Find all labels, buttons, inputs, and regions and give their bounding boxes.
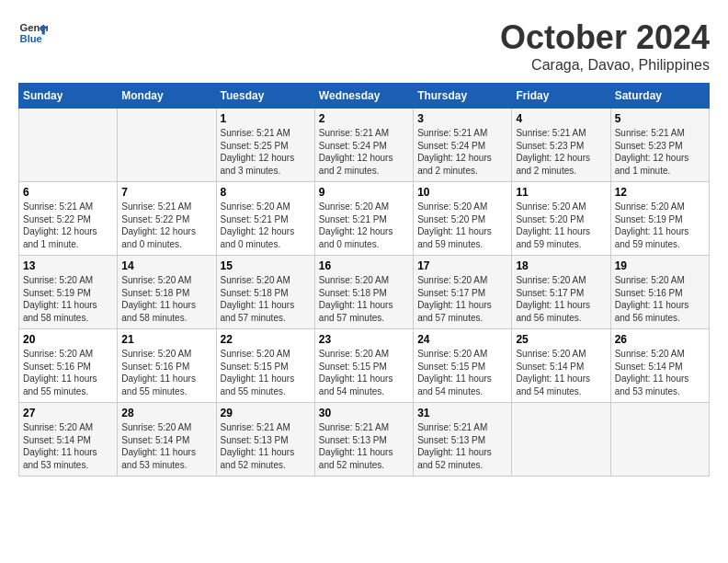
day-detail: Sunrise: 5:20 AM Sunset: 5:14 PM Dayligh… [121, 421, 211, 471]
header-sunday: Sunday [19, 84, 118, 109]
day-number: 11 [516, 186, 606, 199]
calendar-day: 26Sunrise: 5:20 AM Sunset: 5:14 PM Dayli… [610, 329, 709, 403]
day-number: 19 [615, 259, 705, 272]
day-number: 5 [615, 112, 705, 125]
calendar-week-4: 20Sunrise: 5:20 AM Sunset: 5:16 PM Dayli… [19, 329, 710, 403]
day-number: 21 [121, 333, 211, 346]
day-detail: Sunrise: 5:20 AM Sunset: 5:17 PM Dayligh… [417, 274, 507, 324]
header-monday: Monday [118, 84, 216, 109]
day-number: 4 [516, 112, 606, 125]
calendar-day: 4Sunrise: 5:21 AM Sunset: 5:23 PM Daylig… [512, 109, 610, 182]
day-detail: Sunrise: 5:21 AM Sunset: 5:13 PM Dayligh… [319, 421, 409, 471]
calendar-day: 1Sunrise: 5:21 AM Sunset: 5:25 PM Daylig… [216, 109, 314, 182]
header-wednesday: Wednesday [314, 84, 413, 109]
day-number: 13 [23, 259, 113, 272]
calendar-day: 31Sunrise: 5:21 AM Sunset: 5:13 PM Dayli… [414, 403, 512, 477]
logo: General Blue [18, 18, 48, 48]
day-detail: Sunrise: 5:21 AM Sunset: 5:22 PM Dayligh… [121, 201, 211, 250]
calendar-day: 14Sunrise: 5:20 AM Sunset: 5:18 PM Dayli… [118, 256, 216, 329]
calendar-day: 25Sunrise: 5:20 AM Sunset: 5:14 PM Dayli… [512, 329, 610, 403]
day-number: 1 [221, 112, 311, 125]
calendar-week-3: 13Sunrise: 5:20 AM Sunset: 5:19 PM Dayli… [19, 256, 710, 329]
day-number: 15 [221, 259, 311, 272]
day-detail: Sunrise: 5:20 AM Sunset: 5:20 PM Dayligh… [417, 201, 507, 250]
day-number: 23 [319, 333, 409, 346]
day-number: 25 [516, 333, 606, 346]
day-number: 20 [23, 333, 113, 346]
day-number: 10 [417, 186, 507, 199]
day-detail: Sunrise: 5:21 AM Sunset: 5:22 PM Dayligh… [23, 201, 113, 250]
calendar-day [19, 109, 118, 182]
calendar-week-2: 6Sunrise: 5:21 AM Sunset: 5:22 PM Daylig… [19, 182, 710, 256]
header-tuesday: Tuesday [216, 84, 314, 109]
day-detail: Sunrise: 5:20 AM Sunset: 5:18 PM Dayligh… [121, 274, 211, 324]
day-number: 14 [121, 259, 211, 272]
calendar-day: 21Sunrise: 5:20 AM Sunset: 5:16 PM Dayli… [118, 329, 216, 403]
calendar-day: 12Sunrise: 5:20 AM Sunset: 5:19 PM Dayli… [610, 182, 709, 256]
calendar-day: 5Sunrise: 5:21 AM Sunset: 5:23 PM Daylig… [610, 109, 709, 182]
day-number: 16 [319, 259, 409, 272]
calendar-day: 13Sunrise: 5:20 AM Sunset: 5:19 PM Dayli… [19, 256, 118, 329]
calendar-day: 22Sunrise: 5:20 AM Sunset: 5:15 PM Dayli… [216, 329, 314, 403]
day-number: 30 [319, 407, 409, 419]
day-detail: Sunrise: 5:20 AM Sunset: 5:14 PM Dayligh… [516, 348, 606, 397]
calendar-day: 11Sunrise: 5:20 AM Sunset: 5:20 PM Dayli… [512, 182, 610, 256]
header-thursday: Thursday [414, 84, 512, 109]
day-detail: Sunrise: 5:20 AM Sunset: 5:19 PM Dayligh… [23, 274, 113, 324]
day-number: 31 [417, 407, 507, 419]
day-number: 27 [23, 407, 113, 419]
day-detail: Sunrise: 5:20 AM Sunset: 5:16 PM Dayligh… [23, 348, 113, 397]
calendar-day: 28Sunrise: 5:20 AM Sunset: 5:14 PM Dayli… [118, 403, 216, 477]
calendar-day: 30Sunrise: 5:21 AM Sunset: 5:13 PM Dayli… [314, 403, 413, 477]
day-detail: Sunrise: 5:20 AM Sunset: 5:19 PM Dayligh… [615, 201, 705, 250]
calendar-day: 2Sunrise: 5:21 AM Sunset: 5:24 PM Daylig… [314, 109, 413, 182]
day-number: 8 [221, 186, 311, 199]
calendar-day: 24Sunrise: 5:20 AM Sunset: 5:15 PM Dayli… [414, 329, 512, 403]
day-detail: Sunrise: 5:20 AM Sunset: 5:15 PM Dayligh… [417, 348, 507, 397]
calendar-day: 9Sunrise: 5:20 AM Sunset: 5:21 PM Daylig… [314, 182, 413, 256]
calendar-day [512, 403, 610, 477]
day-detail: Sunrise: 5:21 AM Sunset: 5:24 PM Dayligh… [319, 127, 409, 177]
day-detail: Sunrise: 5:21 AM Sunset: 5:13 PM Dayligh… [417, 421, 507, 471]
svg-text:Blue: Blue [20, 33, 42, 44]
day-detail: Sunrise: 5:21 AM Sunset: 5:13 PM Dayligh… [221, 421, 311, 471]
title-block: October 2024 Caraga, Davao, Philippines [500, 18, 710, 74]
logo-icon: General Blue [18, 18, 48, 48]
day-number: 24 [417, 333, 507, 346]
calendar-day: 7Sunrise: 5:21 AM Sunset: 5:22 PM Daylig… [118, 182, 216, 256]
day-detail: Sunrise: 5:21 AM Sunset: 5:23 PM Dayligh… [516, 127, 606, 177]
day-detail: Sunrise: 5:20 AM Sunset: 5:21 PM Dayligh… [221, 201, 311, 250]
day-detail: Sunrise: 5:20 AM Sunset: 5:18 PM Dayligh… [319, 274, 409, 324]
calendar-day: 27Sunrise: 5:20 AM Sunset: 5:14 PM Dayli… [19, 403, 118, 477]
day-number: 2 [319, 112, 409, 125]
day-detail: Sunrise: 5:20 AM Sunset: 5:14 PM Dayligh… [23, 421, 113, 471]
day-detail: Sunrise: 5:20 AM Sunset: 5:16 PM Dayligh… [615, 274, 705, 324]
day-number: 28 [121, 407, 211, 419]
header-saturday: Saturday [610, 84, 709, 109]
calendar-day: 17Sunrise: 5:20 AM Sunset: 5:17 PM Dayli… [414, 256, 512, 329]
day-number: 12 [615, 186, 705, 199]
calendar-day: 3Sunrise: 5:21 AM Sunset: 5:24 PM Daylig… [414, 109, 512, 182]
day-number: 7 [121, 186, 211, 199]
day-number: 17 [417, 259, 507, 272]
month-title: October 2024 [500, 18, 710, 57]
calendar-week-5: 27Sunrise: 5:20 AM Sunset: 5:14 PM Dayli… [19, 403, 710, 477]
calendar-day: 16Sunrise: 5:20 AM Sunset: 5:18 PM Dayli… [314, 256, 413, 329]
page-header: General Blue October 2024 Caraga, Davao,… [18, 18, 710, 74]
day-detail: Sunrise: 5:21 AM Sunset: 5:25 PM Dayligh… [221, 127, 311, 177]
calendar-day: 8Sunrise: 5:20 AM Sunset: 5:21 PM Daylig… [216, 182, 314, 256]
calendar-day: 15Sunrise: 5:20 AM Sunset: 5:18 PM Dayli… [216, 256, 314, 329]
calendar-day: 29Sunrise: 5:21 AM Sunset: 5:13 PM Dayli… [216, 403, 314, 477]
day-detail: Sunrise: 5:20 AM Sunset: 5:18 PM Dayligh… [221, 274, 311, 324]
day-number: 26 [615, 333, 705, 346]
day-number: 22 [221, 333, 311, 346]
day-number: 6 [23, 186, 113, 199]
day-number: 3 [417, 112, 507, 125]
day-detail: Sunrise: 5:21 AM Sunset: 5:24 PM Dayligh… [417, 127, 507, 177]
day-detail: Sunrise: 5:20 AM Sunset: 5:20 PM Dayligh… [516, 201, 606, 250]
day-detail: Sunrise: 5:20 AM Sunset: 5:15 PM Dayligh… [221, 348, 311, 397]
calendar-day: 10Sunrise: 5:20 AM Sunset: 5:20 PM Dayli… [414, 182, 512, 256]
day-detail: Sunrise: 5:21 AM Sunset: 5:23 PM Dayligh… [615, 127, 705, 177]
calendar-day: 23Sunrise: 5:20 AM Sunset: 5:15 PM Dayli… [314, 329, 413, 403]
day-number: 18 [516, 259, 606, 272]
